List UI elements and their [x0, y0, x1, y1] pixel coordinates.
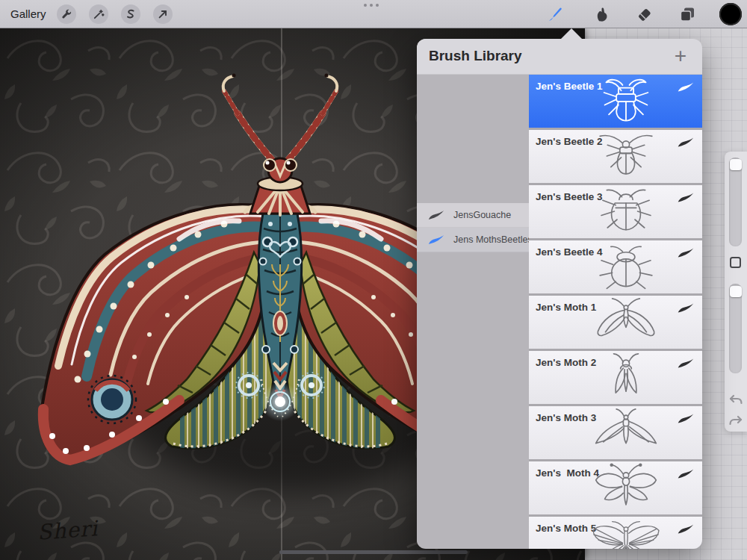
modify-button[interactable] [730, 257, 741, 268]
selection-button[interactable] [121, 4, 140, 24]
brush-item[interactable]: Jen's Moth 5 [529, 517, 702, 549]
panel-header: Brush Library + [417, 39, 702, 75]
brush-thumbnail-icon [584, 408, 668, 457]
brush-item[interactable]: Jen's Beetle 1 [529, 75, 702, 128]
brush-set-stroke-icon [427, 234, 445, 246]
brush-stroke-icon [676, 302, 695, 314]
actions-button[interactable] [57, 4, 76, 24]
brush-stroke-icon [676, 523, 695, 535]
opacity-slider[interactable] [729, 284, 742, 373]
brush-sets-column: JensGouache Jens MothsBeetles [417, 75, 529, 548]
erase-tool-button[interactable] [633, 4, 654, 25]
sets-spacer [417, 75, 529, 203]
brush-item[interactable]: Jen's Moth 1 [529, 296, 702, 349]
brush-stroke-icon [676, 247, 695, 258]
size-slider-handle[interactable] [730, 159, 742, 170]
brush-set-item[interactable]: Jens MothsBeetles [417, 228, 529, 252]
brush-set-item[interactable]: JensGouache [417, 203, 529, 228]
wrench-icon [61, 8, 72, 20]
color-button[interactable] [719, 3, 742, 25]
artist-signature: Sheri [37, 516, 99, 545]
paint-tool-button[interactable] [545, 4, 565, 25]
magic-wand-icon [93, 8, 105, 20]
procreate-app: Sheri Gallery [0, 0, 747, 560]
brush-item[interactable]: Jen's Moth 3 [529, 406, 702, 459]
undo-icon [728, 393, 743, 405]
redo-icon [728, 414, 743, 426]
canvas-sidebar [725, 152, 747, 432]
brush-size-slider[interactable] [729, 158, 742, 246]
panel-title: Brush Library [429, 48, 522, 64]
brush-set-name: Jens MothsBeetles [453, 234, 533, 245]
home-indicator[interactable] [279, 550, 468, 554]
brush-set-stroke-icon [427, 209, 445, 221]
brush-thumbnail-icon [584, 297, 668, 346]
layers-icon [678, 5, 696, 23]
brush-thumbnail-icon [584, 187, 668, 236]
undo-button[interactable] [728, 393, 743, 405]
brush-thumbnail-icon [584, 463, 668, 512]
transform-arrow-icon [157, 8, 169, 20]
eraser-icon [636, 6, 653, 23]
brush-list: Jen's Beetle 1 Jen's Beetle 2 Jen's Beet… [529, 75, 702, 548]
transform-button[interactable] [153, 4, 173, 24]
redo-button[interactable] [728, 414, 743, 426]
brush-library-panel: Brush Library + JensGouache Jens MothsBe… [417, 39, 702, 549]
layers-button[interactable] [677, 4, 698, 25]
brush-stroke-icon [676, 413, 695, 424]
brush-thumbnail-icon [584, 76, 668, 125]
smudge-icon [593, 6, 610, 23]
paintbrush-icon [546, 5, 564, 23]
add-brush-button[interactable]: + [668, 43, 693, 69]
brush-stroke-icon [676, 468, 695, 479]
panel-caret [561, 28, 582, 39]
app-toolbar: Gallery [0, 0, 747, 28]
brush-thumbnail-icon [584, 352, 668, 402]
brush-item[interactable]: Jen's Moth 2 [529, 351, 702, 404]
brush-item[interactable]: Jen's Beetle 3 [529, 185, 702, 238]
gallery-button[interactable]: Gallery [10, 0, 46, 28]
brush-stroke-icon [676, 81, 695, 93]
brush-set-name: JensGouache [453, 210, 511, 220]
brush-item[interactable]: Jen's Beetle 4 [529, 240, 702, 293]
brush-stroke-icon [676, 358, 695, 369]
brush-stroke-icon [676, 137, 695, 148]
brush-thumbnail-icon [584, 242, 668, 291]
brush-stroke-icon [676, 192, 695, 203]
brush-item[interactable]: Jen's Beetle 2 [529, 130, 702, 183]
brush-thumbnail-icon [584, 131, 668, 181]
selection-s-icon [125, 8, 137, 20]
brush-thumbnail-icon [584, 518, 668, 549]
smudge-tool-button[interactable] [591, 4, 612, 25]
adjustments-button[interactable] [89, 4, 108, 24]
opacity-slider-handle[interactable] [730, 286, 742, 297]
brush-item[interactable]: Jen's Moth 4 [529, 461, 702, 514]
multitask-grabber[interactable] [364, 4, 379, 7]
